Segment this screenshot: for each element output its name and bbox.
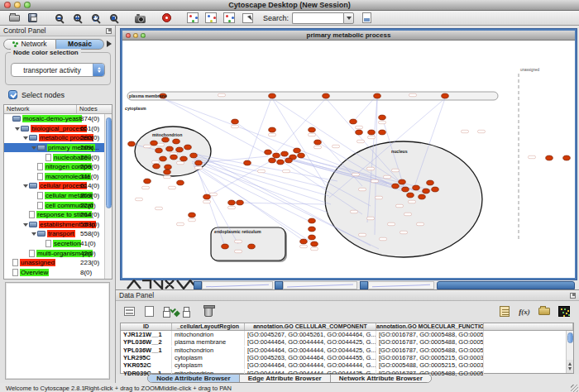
network-node[interactable] xyxy=(222,244,229,249)
tab-mosaic[interactable]: Mosaic xyxy=(56,39,104,50)
tree-expand-icon[interactable] xyxy=(23,183,29,189)
search-input[interactable] xyxy=(292,12,343,24)
layout-icon[interactable] xyxy=(184,12,202,25)
network-minimize-button[interactable] xyxy=(133,33,138,38)
network-node[interactable] xyxy=(298,153,305,158)
network-node[interactable] xyxy=(392,184,400,189)
vizmapper-icon[interactable] xyxy=(202,12,220,25)
network-node[interactable] xyxy=(162,137,170,142)
table-row[interactable]: YLR295Ccytoplasm[GO:0045263, GO:0044464,… xyxy=(121,354,573,361)
node-color-dropdown[interactable]: transporter activity xyxy=(11,63,105,77)
snapshot-icon[interactable] xyxy=(131,12,149,25)
network-node[interactable] xyxy=(368,130,376,135)
network-node[interactable] xyxy=(244,160,251,165)
float-data-panel-icon[interactable] xyxy=(570,293,576,299)
tree-item-cellular-metabol[interactable]: cellular metabol209(0) xyxy=(4,191,112,201)
tree-item-mosaic-demo-yeast[interactable]: mosaic-demo-yeast874(0) xyxy=(4,114,112,124)
birds-eye-view[interactable] xyxy=(5,282,110,380)
zoom-window-button[interactable] xyxy=(24,2,31,8)
network-node[interactable] xyxy=(269,158,276,163)
resize-grip[interactable] xyxy=(571,385,578,392)
network-node[interactable] xyxy=(309,218,316,223)
search-dropdown-button[interactable] xyxy=(343,12,354,24)
tree-item-multi-organism-pro[interactable]: multi-organism pro42(0) xyxy=(4,248,112,258)
help-icon[interactable] xyxy=(157,12,175,25)
tree-scrollbar[interactable] xyxy=(104,114,112,279)
network-node[interactable] xyxy=(184,145,192,150)
network-node[interactable] xyxy=(356,130,363,135)
select-attributes-icon[interactable] xyxy=(160,304,178,319)
network-node[interactable] xyxy=(311,241,318,246)
table-row[interactable]: YJR121W__1mitochondrion[GO:0045267, GO:0… xyxy=(121,331,573,338)
network-node[interactable] xyxy=(190,153,198,158)
network-node[interactable] xyxy=(407,193,414,198)
tree-item-secretion[interactable]: secretion41(0) xyxy=(4,239,112,249)
column-header-2[interactable]: annotation.GO CELLULAR_COMPONENT xyxy=(245,323,376,330)
tree-item-cellular-process[interactable]: cellular process614(0) xyxy=(4,181,112,191)
network-node[interactable] xyxy=(176,147,184,152)
tree-item-unassigned[interactable]: unassigned223(0) xyxy=(4,258,112,268)
network-node[interactable] xyxy=(153,164,160,169)
network-node[interactable] xyxy=(170,155,178,160)
tree-scrollbar-thumb[interactable] xyxy=(106,117,112,208)
network-node[interactable] xyxy=(203,194,211,199)
tree-item-biological-process[interactable]: biological_process651(0) xyxy=(4,124,112,134)
network-node[interactable] xyxy=(432,187,439,192)
network-node[interactable] xyxy=(180,156,188,161)
attribute-batch-icon[interactable] xyxy=(495,304,514,319)
attribute-setup-icon[interactable] xyxy=(357,12,376,25)
network-node[interactable] xyxy=(228,200,236,205)
tree-item-cell-communicat[interactable]: cell communicat22(0) xyxy=(4,200,112,210)
tree-item-transport[interactable]: transport558(0) xyxy=(4,229,112,239)
tab-network[interactable]: Network xyxy=(3,39,56,50)
background-window-fragment[interactable] xyxy=(437,281,575,289)
network-node[interactable] xyxy=(419,194,426,199)
network-node[interactable] xyxy=(546,155,553,160)
network-node[interactable] xyxy=(165,165,172,170)
column-header-0[interactable]: ID xyxy=(121,323,172,330)
network-node[interactable] xyxy=(164,170,171,174)
tree-item-establishment-of-lo[interactable]: establishment of lo558(0) xyxy=(4,220,112,230)
network-node[interactable] xyxy=(151,141,158,146)
network-node[interactable] xyxy=(427,180,434,185)
minimize-button[interactable] xyxy=(14,2,21,8)
network-node[interactable] xyxy=(413,185,420,190)
network-node[interactable] xyxy=(177,180,184,185)
network-node[interactable] xyxy=(300,239,308,244)
network-node[interactable] xyxy=(277,160,285,165)
save-session-icon[interactable] xyxy=(23,12,41,25)
network-node[interactable] xyxy=(285,158,293,163)
attribute-table-icon[interactable] xyxy=(120,304,138,319)
network-node[interactable] xyxy=(423,189,430,194)
network-node[interactable] xyxy=(160,156,167,161)
zoom-in-icon[interactable] xyxy=(68,12,86,25)
tab-edge-attribute-browser[interactable]: Edge Attribute Browser xyxy=(240,375,331,382)
network-node[interactable] xyxy=(442,93,449,98)
delete-attribute-icon[interactable] xyxy=(199,304,218,319)
tree-expand-icon[interactable] xyxy=(15,126,21,131)
column-header-3[interactable]: annotation.GO MOLECULAR_FUNCTION xyxy=(376,323,484,330)
tree-item-nitrogen-compo[interactable]: nitrogen compo209(0) xyxy=(4,162,112,172)
network-node[interactable] xyxy=(350,119,357,124)
network-node[interactable] xyxy=(156,148,163,153)
network-node[interactable] xyxy=(232,119,239,124)
tree-item-macromolecule[interactable]: macromolecule311(0) xyxy=(4,172,112,182)
network-node[interactable] xyxy=(402,187,409,192)
open-file-icon[interactable] xyxy=(5,12,23,25)
network-node[interactable] xyxy=(195,160,203,165)
network-node[interactable] xyxy=(309,227,316,232)
network-zoom-button[interactable] xyxy=(141,33,146,38)
network-node[interactable] xyxy=(399,179,406,184)
tab-node-attribute-browser[interactable]: Node Attribute Browser xyxy=(148,375,240,382)
network-node[interactable] xyxy=(265,150,272,155)
select-mode-icon[interactable] xyxy=(238,12,256,25)
column-header-1[interactable]: _cellularLayoutRegion xyxy=(172,323,245,330)
background-window-fragment[interactable] xyxy=(275,281,283,289)
import-attributes-icon[interactable] xyxy=(535,304,553,319)
new-attribute-icon[interactable] xyxy=(140,304,158,319)
tree-expand-icon[interactable] xyxy=(23,135,29,141)
network-node[interactable] xyxy=(248,244,256,249)
tree-item-primary-metabo[interactable]: primary metabo209(... xyxy=(4,143,112,153)
network-node[interactable] xyxy=(128,141,136,146)
matrix-icon[interactable] xyxy=(555,304,573,319)
